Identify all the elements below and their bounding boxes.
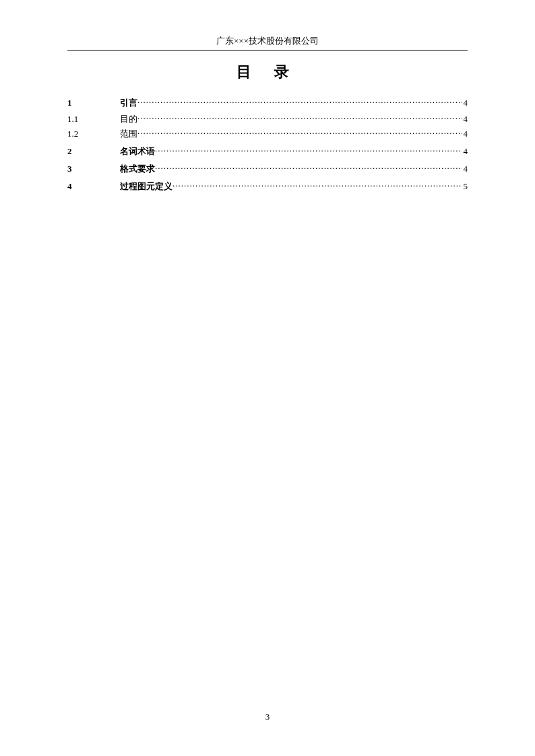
toc-entry-label: 引言 (120, 97, 137, 109)
toc-row: 1引言4 (67, 97, 468, 109)
toc-entry-number: 1.2 (67, 129, 120, 139)
toc-row: 1.1目的4 (67, 113, 468, 125)
toc-entry-page: 4 (462, 146, 468, 157)
page-number: 3 (0, 712, 535, 722)
toc-entry-label: 过程图元定义 (120, 180, 172, 193)
toc-entry-page: 5 (462, 181, 468, 192)
toc-entry-number: 1.1 (67, 114, 120, 125)
toc-entry-number: 2 (67, 146, 120, 157)
toc-leader-dots (137, 97, 462, 106)
page-header: 广东×××技术股份有限公司 (67, 35, 468, 50)
toc-entry-label: 范围 (120, 128, 137, 140)
toc-container: 1引言41.1目的41.2范围42名词术语43格式要求44过程图元定义5 (67, 97, 468, 197)
toc-leader-dots (172, 180, 462, 189)
toc-leader-dots (137, 113, 462, 122)
toc-entry-page: 4 (462, 114, 468, 125)
toc-entry-label: 名词术语 (120, 145, 155, 158)
toc-title: 目 录 (0, 62, 535, 82)
toc-entry-page: 4 (462, 129, 468, 139)
toc-entry-number: 3 (67, 164, 120, 174)
toc-entry-page: 4 (462, 98, 468, 108)
toc-entry-page: 4 (462, 164, 468, 174)
toc-row: 4过程图元定义5 (67, 180, 468, 193)
toc-row: 1.2范围4 (67, 128, 468, 140)
toc-leader-dots (155, 163, 462, 172)
toc-row: 2名词术语4 (67, 145, 468, 158)
toc-row: 3格式要求4 (67, 163, 468, 175)
toc-entry-number: 4 (67, 181, 120, 192)
toc-entry-label: 格式要求 (120, 163, 155, 175)
toc-leader-dots (155, 145, 462, 154)
toc-leader-dots (137, 128, 462, 137)
toc-entry-number: 1 (67, 98, 120, 108)
toc-entry-label: 目的 (120, 113, 137, 125)
